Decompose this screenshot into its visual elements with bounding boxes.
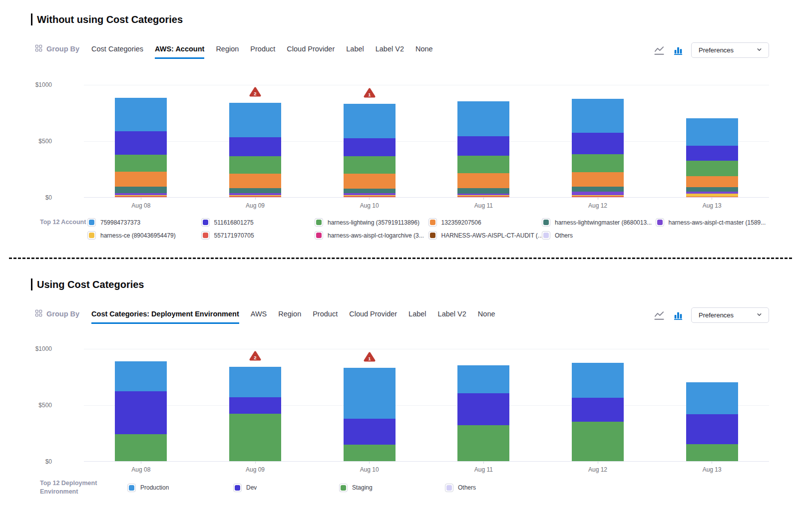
bar-segment-759984737373[interactable] [115, 98, 167, 132]
bar-segment-staging[interactable] [229, 414, 281, 461]
bar-segment-production[interactable] [115, 361, 167, 391]
legend-item-others[interactable]: Others [445, 484, 551, 492]
bar-segment-132359207506[interactable] [115, 172, 167, 187]
tab-label-v2[interactable]: Label V2 [376, 45, 404, 59]
tab-cost-categories-deployment-environment[interactable]: Cost Categories: Deployment Environment [91, 310, 239, 324]
bar-segment-staging[interactable] [344, 445, 396, 461]
legend-item-harness-lightwingmaster-8680013[interactable]: harness-lightwingmaster (8680013... [542, 218, 656, 227]
tab-region[interactable]: Region [278, 310, 301, 324]
bar-segment-759984737373[interactable] [457, 101, 509, 136]
legend-item-harness-lightwing-357919113896[interactable]: harness-lightwing (357919113896) [315, 218, 428, 227]
bar-segment-staging[interactable] [457, 425, 509, 461]
bar-segment-557171970705[interactable] [229, 196, 281, 197]
bar-segment-dev[interactable] [457, 393, 509, 425]
bar-segment-production[interactable] [457, 365, 509, 393]
bar-segment-harness-lightwingmaster-8680013[interactable] [686, 187, 738, 192]
tab-aws[interactable]: AWS [251, 310, 267, 324]
bar-segment-511616801275[interactable] [344, 138, 396, 156]
stacked-bar-aug-08[interactable] [115, 98, 167, 198]
legend-item-harness-aws-aispl-ct-master-1589[interactable]: harness-aws-aispl-ct-master (1589... [656, 218, 770, 227]
anomaly-badge-aug-10[interactable]: 1 [363, 351, 376, 364]
bar-segment-dev[interactable] [686, 414, 738, 445]
bar-segment-132359207506[interactable] [344, 174, 396, 189]
bar-segment-production[interactable] [344, 368, 396, 418]
bar-segment-harness-lightwingmaster-8680013[interactable] [457, 188, 509, 194]
bar-segment-production[interactable] [686, 382, 738, 414]
bar-segment-staging[interactable] [686, 444, 738, 461]
bar-segment-production[interactable] [229, 367, 281, 397]
bar-segment-759984737373[interactable] [572, 99, 624, 133]
anomaly-badge-aug-10[interactable]: 1 [363, 87, 376, 100]
stacked-bar-aug-10[interactable] [344, 368, 396, 461]
legend-item-132359207506[interactable]: 132359207506 [428, 218, 542, 227]
stacked-bar-aug-12[interactable] [572, 363, 624, 462]
bar-segment-staging[interactable] [572, 422, 624, 461]
tab-product[interactable]: Product [250, 45, 275, 59]
bar-segment-harness-lightwing-357919113896[interactable] [457, 156, 509, 174]
bar-segment-511616801275[interactable] [115, 131, 167, 154]
bar-segment-dev[interactable] [229, 397, 281, 414]
stacked-bar-aug-10[interactable] [344, 104, 396, 197]
tab-none[interactable]: None [478, 310, 495, 324]
stacked-bar-aug-12[interactable] [572, 99, 624, 197]
tab-cost-categories[interactable]: Cost Categories [91, 45, 143, 59]
bar-segment-harness-lightwing-357919113896[interactable] [344, 156, 396, 174]
bar-segment-557171970705[interactable] [572, 196, 624, 197]
bar-segment-harness-lightwing-357919113896[interactable] [229, 156, 281, 173]
tab-none[interactable]: None [415, 45, 433, 59]
bar-chart-toggle[interactable] [672, 309, 684, 321]
tab-region[interactable]: Region [216, 45, 239, 59]
stacked-bar-aug-09[interactable] [229, 367, 281, 461]
anomaly-badge-aug-09[interactable]: 2 [249, 86, 262, 99]
legend-item-harness-ce-890436954479[interactable]: harness-ce (890436954479) [87, 231, 201, 240]
bar-segment-132359207506[interactable] [229, 174, 281, 188]
bar-segment-dev[interactable] [115, 391, 167, 434]
bar-segment-557171970705[interactable] [686, 197, 738, 197]
bar-segment-759984737373[interactable] [344, 104, 396, 138]
preferences-button[interactable]: Preferences [691, 307, 769, 323]
legend-item-dev[interactable]: Dev [233, 484, 339, 492]
stacked-bar-aug-13[interactable] [686, 118, 738, 197]
line-chart-toggle[interactable] [653, 309, 665, 321]
tab-label[interactable]: Label [408, 310, 426, 324]
bar-segment-557171970705[interactable] [115, 196, 167, 197]
line-chart-toggle[interactable] [653, 44, 665, 56]
legend-item-production[interactable]: Production [127, 484, 233, 492]
stacked-bar-aug-11[interactable] [457, 101, 509, 197]
legend-item-others[interactable]: Others [542, 231, 656, 240]
bar-segment-511616801275[interactable] [686, 146, 738, 161]
tab-product[interactable]: Product [313, 310, 338, 324]
bar-segment-harness-lightwingmaster-8680013[interactable] [344, 189, 396, 193]
bar-segment-dev[interactable] [344, 419, 396, 445]
legend-item-759984737373[interactable]: 759984737373 [87, 218, 201, 227]
bar-segment-759984737373[interactable] [686, 118, 738, 146]
tab-cloud-provider[interactable]: Cloud Provider [349, 310, 397, 324]
legend-item-harness-aws-aispl-ct-logarchive-3[interactable]: harness-aws-aispl-ct-logarchive (3... [315, 231, 428, 240]
tab-cloud-provider[interactable]: Cloud Provider [287, 45, 335, 59]
bar-chart-toggle[interactable] [672, 44, 684, 56]
bar-segment-511616801275[interactable] [457, 136, 509, 156]
bar-segment-557171970705[interactable] [457, 196, 509, 197]
bar-segment-759984737373[interactable] [229, 103, 281, 137]
stacked-bar-aug-09[interactable] [229, 103, 281, 197]
bar-segment-production[interactable] [572, 363, 624, 398]
stacked-bar-aug-13[interactable] [686, 382, 738, 461]
legend-item-staging[interactable]: Staging [339, 484, 445, 492]
bar-segment-132359207506[interactable] [686, 176, 738, 187]
bar-segment-dev[interactable] [572, 398, 624, 422]
bar-segment-harness-aws-aispl-ct-master-1589[interactable] [572, 192, 624, 196]
legend-item-557171970705[interactable]: 557171970705 [201, 231, 315, 240]
legend-item-harness-aws-aispl-ct-audit[interactable]: HARNESS-AWS-AISPL-CT-AUDIT (... [428, 231, 542, 240]
bar-segment-harness-lightwing-357919113896[interactable] [115, 155, 167, 172]
stacked-bar-aug-08[interactable] [115, 361, 167, 461]
bar-segment-harness-lightwingmaster-8680013[interactable] [115, 187, 167, 193]
tab-label-v2[interactable]: Label V2 [438, 310, 466, 324]
tab-label[interactable]: Label [346, 45, 364, 59]
bar-segment-harness-lightwing-357919113896[interactable] [686, 161, 738, 176]
anomaly-badge-aug-09[interactable]: 2 [249, 350, 262, 363]
bar-segment-harness-lightwingmaster-8680013[interactable] [229, 188, 281, 193]
bar-segment-harness-lightwingmaster-8680013[interactable] [572, 187, 624, 192]
stacked-bar-aug-11[interactable] [457, 365, 509, 461]
bar-segment-511616801275[interactable] [229, 137, 281, 156]
bar-segment-132359207506[interactable] [572, 172, 624, 187]
